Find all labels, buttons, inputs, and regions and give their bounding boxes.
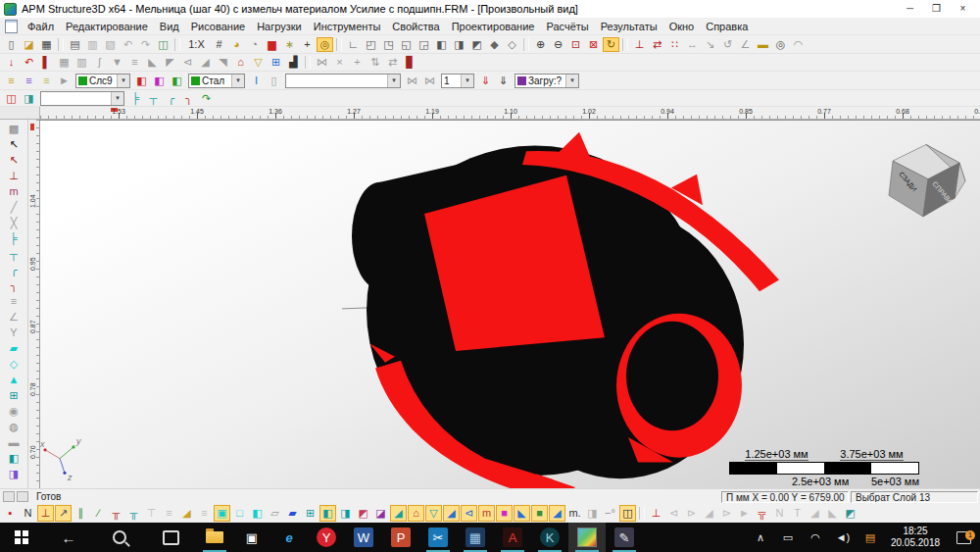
pipe-tee-button[interactable]: ┬ [145,91,162,106]
solid-3-button[interactable]: ◩ [355,505,371,522]
copy-button[interactable]: ▥ [84,37,101,52]
select-button[interactable]: ↖ [3,136,24,152]
load-combo-dropdown-arrow[interactable]: ▾ [565,75,578,87]
material-combo-dropdown-arrow[interactable]: ▾ [231,75,244,87]
joint-prev-button[interactable]: ⋈ [404,74,420,88]
zoom-window-button[interactable]: ⊡ [567,37,584,52]
name-combo-dropdown-arrow[interactable]: ▾ [387,75,400,87]
wifi-icon[interactable]: ◠ [802,531,829,544]
load-plate-button[interactable]: ◢ [443,505,460,522]
select-node-button[interactable]: ↖ [3,152,24,168]
fixture-button[interactable]: ◫ [3,91,20,106]
solid-1-button[interactable]: ◧ [319,505,336,522]
solid-4-button[interactable]: ◪ [372,505,389,522]
view-iso-button[interactable]: ◩ [468,37,485,52]
document-icon[interactable] [5,20,18,33]
menu-item-5[interactable]: Инструменты [308,20,387,33]
menu-item-8[interactable]: Расчёты [540,20,594,33]
section-red-button[interactable]: ◧ [133,74,150,88]
measure-button[interactable]: ∠ [737,37,754,52]
moving-load-button[interactable]: ╦ [754,505,770,522]
rows-button[interactable]: ≡ [196,505,213,522]
rail-button[interactable]: ≡ [3,293,24,309]
taskbar-apm-structure3d[interactable] [568,523,606,552]
solid-box-button[interactable]: ◧ [3,450,24,466]
contrast-panel-button[interactable]: ◫ [619,505,636,522]
dome-button[interactable]: ◠ [790,37,807,52]
minimize-button[interactable]: ─ [897,1,923,17]
view-front-button[interactable]: ◰ [363,37,379,52]
menu-item-4[interactable]: Нагрузки [251,20,308,33]
tray-tablet-icon[interactable]: ▭ [774,531,802,544]
loadcase-spinner-dropdown-arrow[interactable]: ▾ [461,75,473,87]
pipe-elbow-button[interactable]: ╭ [3,262,24,277]
taskbar-powerpoint[interactable]: P [382,523,419,552]
rotate-node-button[interactable]: ↺ [719,37,736,52]
taskbar-graphics-editor[interactable]: ✎ [606,523,643,552]
rod-incline-button[interactable]: ∕ [90,505,107,522]
pipe-tee-button[interactable]: ┬ [3,246,24,262]
blob-button[interactable]: ◉ [3,403,24,419]
rod-vertical-button[interactable]: ∥ [73,505,89,522]
joint-button[interactable]: ∫ [91,55,108,70]
ramp-load-button[interactable]: ◢ [197,55,214,70]
temperature-line-button[interactable]: −° [602,505,618,522]
force-button[interactable]: ↓ [3,55,20,70]
pipe-combo-dropdown-arrow[interactable]: ▾ [111,92,123,105]
pipe-flange-button[interactable]: ╞ [127,91,144,106]
beam-button[interactable]: ╥ [108,505,124,522]
node-m-button[interactable]: m [3,183,24,199]
intersect-button[interactable]: × [331,55,348,70]
append-button[interactable]: + [349,55,366,70]
tray-chevron-up-icon[interactable]: ∧ [747,531,774,544]
scale-button[interactable]: ↘ [702,37,718,52]
section-green-button[interactable]: ◧ [169,74,185,88]
axis-n-button[interactable]: N [771,505,788,522]
taskbar-word[interactable]: W [345,523,382,552]
structure-button[interactable]: ⌂ [232,55,249,70]
start-button[interactable] [0,523,43,552]
node-numbered-button[interactable]: N [20,505,36,522]
layer-flat-button[interactable]: ≡ [38,74,55,88]
model-3d-view[interactable]: СЗАДИ СПРАВА x y z [40,121,980,488]
view-right-button[interactable]: ◲ [416,37,432,52]
ruler-button[interactable]: ▬ [755,37,771,52]
cross-section-button[interactable]: I [248,74,265,88]
load-combo[interactable]: Загру:?▾ [514,74,579,88]
solid-gray-button[interactable]: ◨ [584,505,601,522]
plate-poly-button[interactable]: ◇ [3,356,24,372]
action-center-button[interactable]: 1 [947,531,980,544]
plate-quad-button[interactable]: ▣ [214,505,230,522]
rotate-view-button[interactable]: ↻ [603,37,619,52]
loadcase-spinner[interactable]: 1▾ [441,74,474,88]
task-view-button[interactable] [145,523,196,552]
beam-diagram-1-button[interactable]: ⊲ [665,505,682,522]
view-bottom-button[interactable]: ◨ [451,37,467,52]
joint-next-button[interactable]: ⋈ [421,74,438,88]
layer-all-button[interactable]: ≡ [21,74,37,88]
loads-view-button[interactable]: ▆ [264,37,280,52]
beam-2-button[interactable]: ╥ [125,505,142,522]
loadcase-add-button[interactable]: ⇓ [477,74,494,88]
save-button[interactable]: ▦ [38,37,55,52]
load-ramp-button[interactable]: ◢ [390,505,407,522]
beam-diagram-4-button[interactable]: ⊳ [718,505,735,522]
mirror-button[interactable]: ⇄ [649,37,665,52]
taskbar-photos[interactable]: ▦ [457,523,494,552]
wind-load-button[interactable]: ◤ [162,55,178,70]
zoom-in-button[interactable]: ⊕ [532,37,549,52]
menu-item-1[interactable]: Редактирование [60,20,154,33]
rod-2-button[interactable]: ╳ [3,215,24,230]
layer-new-button[interactable]: ≡ [3,74,20,88]
load-ramp-blue-button[interactable]: ◣ [514,505,530,522]
plate-rect-button[interactable]: □ [231,505,248,522]
crosshair-button[interactable]: + [299,37,316,52]
taskbar-acrobat[interactable]: A [494,523,531,552]
load-house-button[interactable]: ⌂ [408,505,424,522]
beam-diagram-2-button[interactable]: ⊳ [683,505,700,522]
paste-button[interactable]: ▧ [102,37,119,52]
combine-button[interactable]: ⋈ [314,55,330,70]
snow-load-button[interactable]: ⊲ [179,55,196,70]
solid-2-button[interactable]: ◨ [337,505,354,522]
rod-button[interactable]: ╱ [3,199,24,215]
